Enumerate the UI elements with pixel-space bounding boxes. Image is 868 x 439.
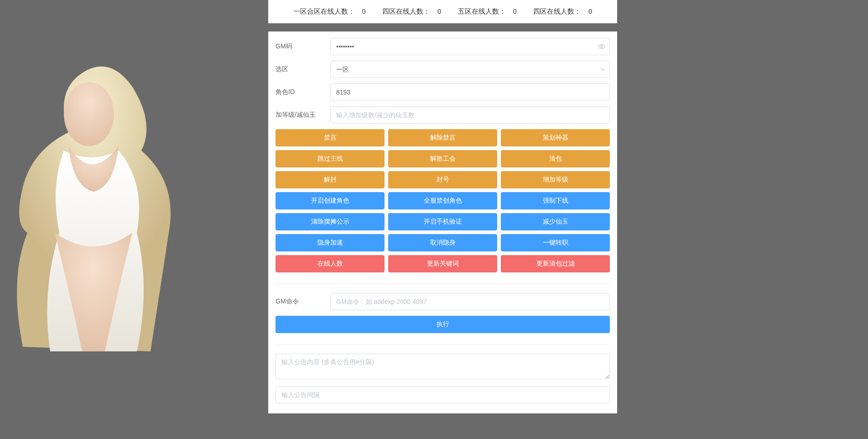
row-gm-code: GM码 [275,38,610,55]
btn-update-clear-filter[interactable]: 更新清包过滤 [501,255,610,272]
row-announce-interval [275,386,610,403]
btn-ban[interactable]: 封号 [388,171,497,188]
row-run: 执行 [275,316,610,333]
btn-unmute[interactable]: 解除禁言 [388,129,497,146]
level-input[interactable] [330,106,610,124]
role-id-label: 角色ID [275,88,330,96]
zone-select[interactable]: 一区 [330,61,610,78]
gm-code-label: GM码 [275,42,330,51]
divider-2 [275,344,610,345]
btn-row-red-0: 在线人数 更新关键词 更新清包过滤 [275,255,610,272]
row-announce-content [275,354,610,381]
btn-cancel-stealth[interactable]: 取消隐身 [388,234,497,251]
btn-dissolve-guild[interactable]: 解散工会 [388,150,497,167]
gm-cmd-input[interactable] [330,293,610,310]
btn-row-orange-0: 禁言 解除禁言 策划神器 [275,129,610,146]
eye-icon[interactable] [598,43,605,50]
btn-online-count[interactable]: 在线人数 [275,255,385,272]
btn-open-create[interactable]: 开启创建角色 [275,192,385,209]
btn-row-blue-1: 清除摆摊公示 开启手机验证 减少仙玉 [275,213,610,230]
btn-row-orange-2: 解封 封号 增加等级 [275,171,610,188]
btn-row-orange-1: 跳过主线 解散工会 清包 [275,150,610,167]
btn-stealth-speed[interactable]: 隐身加速 [275,234,385,251]
svg-point-0 [64,82,114,146]
btn-row-blue-0: 开启创建角色 全服禁创角色 强制下线 [275,192,610,209]
status-zone1: 一区合区在线人数：0 [290,7,369,16]
status-bar: 一区合区在线人数：0 四区在线人数：0 五区在线人数：0 四区在线人数：0 [268,0,617,23]
btn-clear-stall[interactable]: 清除摆摊公示 [275,213,385,230]
btn-disable-create[interactable]: 全服禁创角色 [388,192,497,209]
btn-one-key-transfer[interactable]: 一键转职 [501,234,610,251]
row-role-id: 角色ID [275,84,610,101]
gm-code-input[interactable] [330,38,610,55]
btn-reduce-jade[interactable]: 减少仙玉 [501,213,610,230]
level-label: 加等级/减仙玉 [275,111,330,119]
btn-add-level[interactable]: 增加等级 [501,171,610,188]
row-level: 加等级/减仙玉 [275,106,610,124]
run-button[interactable]: 执行 [275,316,610,333]
announce-content-input[interactable] [275,354,610,379]
btn-open-phone-verify[interactable]: 开启手机验证 [388,213,497,230]
btn-clear-bag[interactable]: 清包 [501,150,610,167]
announce-interval-input[interactable] [275,386,610,403]
btn-row-blue-2: 隐身加速 取消隐身 一键转职 [275,234,610,251]
row-gm-cmd: GM命令 [275,293,610,310]
btn-unban[interactable]: 解封 [275,171,385,188]
gm-cmd-label: GM命令 [275,298,330,306]
zone-label: 选区 [275,65,330,73]
btn-skip-main[interactable]: 跳过主线 [275,150,385,167]
background-figure [0,32,182,361]
role-id-input[interactable] [330,84,610,101]
status-zone4: 四区在线人数：0 [379,7,445,16]
btn-mute[interactable]: 禁言 [275,129,385,146]
status-zone4b: 四区在线人数：0 [530,7,596,16]
main-container: 一区合区在线人数：0 四区在线人数：0 五区在线人数：0 四区在线人数：0 GM… [268,0,617,413]
svg-point-1 [601,46,603,47]
row-zone: 选区 一区 [275,61,610,78]
btn-plan-artifact[interactable]: 策划神器 [501,129,610,146]
divider [275,283,610,284]
form-panel: GM码 选区 一区 角色ID [268,31,617,413]
btn-force-offline[interactable]: 强制下线 [501,192,610,209]
btn-update-keywords[interactable]: 更新关键词 [388,255,497,272]
status-zone5: 五区在线人数：0 [454,7,520,16]
